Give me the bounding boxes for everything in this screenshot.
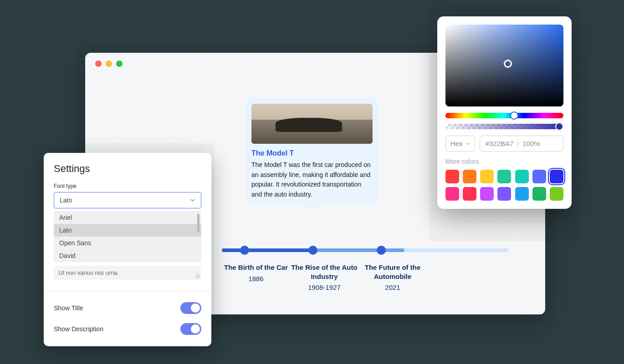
- color-swatch[interactable]: [445, 187, 459, 201]
- track-segment: [404, 248, 509, 252]
- color-picker-panel: Hex #322BA7 | 100% More colors: [437, 16, 572, 209]
- color-swatch[interactable]: [515, 187, 529, 201]
- color-swatch[interactable]: [463, 187, 476, 201]
- font-type-label: Font type: [54, 183, 201, 189]
- font-type-select[interactable]: Lato: [54, 192, 201, 208]
- chevron-down-icon: [190, 197, 195, 203]
- color-swatch[interactable]: [445, 170, 459, 183]
- timeline-item-title: The Future of the Automobile: [358, 263, 427, 281]
- color-format-select[interactable]: Hex: [445, 136, 475, 152]
- font-option-lato[interactable]: Lato: [54, 224, 201, 237]
- hex-input[interactable]: #322BA7 | 100%: [480, 136, 563, 152]
- font-option-david[interactable]: David: [54, 249, 201, 262]
- saturation-lightness-area[interactable]: [445, 25, 563, 106]
- color-value-row: Hex #322BA7 | 100%: [445, 136, 563, 152]
- scrollbar[interactable]: [197, 214, 199, 232]
- timeline-track[interactable]: [222, 248, 509, 252]
- font-type-value: Lato: [60, 197, 72, 204]
- window-minimize-button[interactable]: [106, 61, 112, 67]
- timeline-item[interactable]: The Rise of the Auto Industry 1908-1927: [290, 263, 358, 291]
- hex-separator: |: [517, 140, 519, 147]
- font-dropdown-list: Ariel Lato Open Sans David: [54, 211, 201, 262]
- show-description-label: Show Description: [54, 325, 103, 333]
- timeline-axis: The Birth of the Car 1886 The Rise of th…: [222, 248, 509, 291]
- track-segment: [313, 248, 404, 252]
- chevron-down-icon: [465, 142, 470, 146]
- alpha-value: 100%: [522, 140, 540, 147]
- color-swatch[interactable]: [532, 187, 546, 201]
- color-swatch[interactable]: [550, 187, 563, 201]
- timeline-item[interactable]: The Future of the Automobile 2021: [358, 263, 427, 291]
- show-title-row: Show Title: [54, 298, 201, 318]
- alpha-thumb[interactable]: [555, 122, 563, 131]
- window-close-button[interactable]: [95, 61, 102, 67]
- gradient-cursor[interactable]: [504, 60, 512, 68]
- hue-slider[interactable]: [445, 113, 563, 118]
- settings-panel: Settings Font type Lato Ariel Lato Open …: [44, 153, 211, 346]
- font-option-ariel[interactable]: Ariel: [54, 211, 201, 224]
- color-swatch[interactable]: [532, 170, 546, 183]
- timeline-item-year: 1908-1927: [290, 283, 358, 291]
- timeline-item[interactable]: The Birth of the Car 1886: [222, 263, 290, 291]
- alpha-slider[interactable]: [445, 124, 563, 129]
- color-swatch[interactable]: [480, 170, 494, 183]
- show-title-label: Show Title: [54, 304, 83, 312]
- color-swatch[interactable]: [497, 170, 511, 183]
- description-textarea[interactable]: Ut non varius nisi urna.: [54, 266, 201, 280]
- divider: [44, 291, 211, 291]
- color-swatch[interactable]: [550, 170, 563, 183]
- show-description-row: Show Description: [54, 318, 201, 339]
- timeline-item-year: 1886: [222, 275, 290, 283]
- swatch-grid: [445, 170, 563, 201]
- timeline-point[interactable]: [308, 246, 317, 255]
- show-description-toggle[interactable]: [180, 323, 201, 335]
- timeline-popup-card: The Model T The Model T was the first ca…: [246, 98, 378, 205]
- timeline-point[interactable]: [240, 246, 249, 255]
- color-format-value: Hex: [450, 140, 463, 147]
- font-option-opensans[interactable]: Open Sans: [54, 237, 201, 249]
- color-swatch[interactable]: [497, 187, 511, 201]
- color-swatch[interactable]: [515, 170, 529, 183]
- color-swatch[interactable]: [480, 187, 494, 201]
- timeline-item-title: The Birth of the Car: [222, 263, 290, 272]
- card-image: [251, 104, 373, 144]
- hue-thumb[interactable]: [510, 111, 518, 120]
- show-title-toggle[interactable]: [180, 302, 201, 314]
- track-segment: [222, 248, 313, 252]
- color-swatch[interactable]: [463, 170, 476, 183]
- timeline-labels: The Birth of the Car 1886 The Rise of th…: [222, 263, 509, 291]
- card-body: The Model T was the first car produced o…: [251, 160, 373, 200]
- timeline-point[interactable]: [377, 246, 386, 255]
- more-colors-label: More colors: [445, 158, 563, 165]
- timeline-item-year: 2021: [358, 283, 427, 291]
- timeline-item-title: The Rise of the Auto Industry: [290, 263, 358, 281]
- hex-value: #322BA7: [486, 140, 514, 147]
- settings-title: Settings: [54, 163, 201, 175]
- card-title: The Model T: [251, 149, 373, 157]
- window-maximize-button[interactable]: [116, 61, 123, 67]
